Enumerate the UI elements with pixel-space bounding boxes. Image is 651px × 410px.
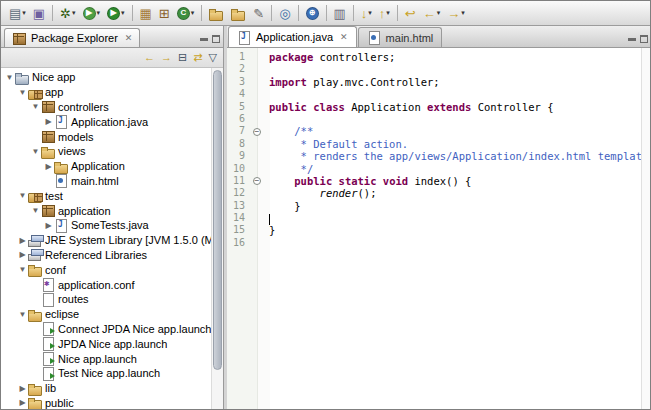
code-line-15[interactable]: 15} [227, 224, 641, 236]
dropdown-arrow-icon[interactable]: ▾ [437, 9, 441, 17]
new-java-project-button[interactable]: ▦ [137, 3, 155, 23]
code-line-13[interactable]: 13 } [227, 200, 641, 212]
minimize-icon[interactable] [200, 38, 208, 41]
forward-button[interactable]: → [161, 52, 172, 63]
expand-arrow-icon[interactable]: ▶ [17, 384, 28, 393]
dropdown-arrow-icon[interactable]: ▾ [461, 9, 465, 17]
tree-item-app[interactable]: ▼app [1, 85, 211, 100]
tree-item-application-java[interactable]: ▶Application.java [1, 114, 211, 129]
scrollbar-thumb[interactable] [213, 70, 222, 370]
fold-marker[interactable]: − [251, 177, 263, 185]
view-menu-button[interactable]: ▽ [209, 52, 217, 63]
tree-item-test-nice-app-launch[interactable]: Test Nice app.launch [1, 366, 211, 381]
tree-item-eclipse[interactable]: ▼eclipse [1, 307, 211, 322]
debug-button[interactable]: ▶▾ [80, 3, 104, 23]
code-line-1[interactable]: 1package controllers; [227, 51, 641, 63]
expand-arrow-icon[interactable]: ▶ [43, 162, 54, 171]
open-resource-button[interactable] [228, 3, 249, 23]
save-button[interactable]: ▣ [30, 3, 48, 23]
next-annotation-button[interactable]: ↓▾ [358, 3, 375, 23]
previous-annotation-button[interactable]: ↑▾ [376, 3, 393, 23]
tree-item-application[interactable]: ▶Application [1, 159, 211, 174]
collapse-arrow-icon[interactable]: ▼ [17, 310, 28, 319]
code-line-11[interactable]: 11− public static void index() { [227, 175, 641, 187]
forward-button[interactable]: →▾ [444, 3, 468, 23]
tree-item-application[interactable]: ▼application [1, 203, 211, 218]
new-class-button[interactable]: C▾ [174, 3, 198, 23]
tree-item-referenced-libraries[interactable]: ▶Referenced Libraries [1, 248, 211, 263]
code-line-4[interactable]: 4 [227, 88, 641, 100]
collapse-all-button[interactable]: ⊟ [178, 52, 187, 63]
expand-arrow-icon[interactable]: ▶ [43, 221, 54, 230]
minimize-icon[interactable] [628, 38, 636, 41]
collapse-arrow-icon[interactable]: ▼ [4, 73, 15, 82]
dropdown-arrow-icon[interactable]: ▾ [191, 9, 195, 17]
tree-item-jpda-nice-app-launch[interactable]: JPDA Nice app.launch [1, 336, 211, 351]
link-with-editor-button[interactable]: ⇄ [193, 52, 202, 63]
maximize-icon[interactable] [212, 35, 220, 43]
code-line-3[interactable]: 3import play.mvc.Controller; [227, 76, 641, 88]
dropdown-arrow-icon[interactable]: ▾ [97, 9, 101, 17]
tree-item-connect-jpda-nice-app-launch[interactable]: Connect JPDA Nice app.launch [1, 322, 211, 337]
collapse-arrow-icon[interactable]: ▼ [17, 88, 28, 97]
code-line-12[interactable]: 12 render(); [227, 187, 641, 199]
collapse-arrow-icon[interactable]: ▼ [30, 102, 41, 111]
code-line-5[interactable]: 5public class Application extends Contro… [227, 101, 641, 113]
collapse-fold-icon[interactable]: − [253, 128, 261, 136]
open-type-button[interactable] [206, 3, 227, 23]
expand-arrow-icon[interactable]: ▶ [17, 398, 28, 407]
fold-marker[interactable]: − [251, 128, 263, 136]
overview-ruler[interactable] [641, 48, 650, 409]
tree-item-jre-system-library-jvm-1-5-0-mac[interactable]: ▶JRE System Library [JVM 1.5.0 (Mac [1, 233, 211, 248]
code-line-16[interactable]: 16 [227, 237, 641, 249]
tree-item-main-html[interactable]: main.html [1, 174, 211, 189]
dropdown-arrow-icon[interactable]: ▾ [22, 9, 26, 17]
back-button[interactable]: ← [144, 52, 155, 63]
code-line-7[interactable]: 7− /** [227, 125, 641, 137]
package-explorer-tab[interactable]: Package Explorer ✕ [4, 28, 140, 47]
code-line-6[interactable]: 6 [227, 113, 641, 125]
tree-item-conf[interactable]: ▼conf [1, 262, 211, 277]
code-line-9[interactable]: 9 * renders the app/views/Application/in… [227, 150, 641, 162]
dropdown-arrow-icon[interactable]: ▾ [121, 9, 125, 17]
close-icon[interactable]: ✕ [125, 33, 133, 43]
tree-scrollbar[interactable] [211, 68, 223, 409]
new-package-button[interactable]: ⊞ [156, 3, 173, 23]
tree-item-routes[interactable]: routes [1, 292, 211, 307]
tree-item-public[interactable]: ▶public [1, 396, 211, 409]
code-line-2[interactable]: 2 [227, 63, 641, 75]
maximize-icon[interactable] [640, 35, 648, 43]
tree-item-application-conf[interactable]: application.conf [1, 277, 211, 292]
code-line-8[interactable]: 8 * Default action. [227, 138, 641, 150]
tree-item-sometests-java[interactable]: ▶SomeTests.java [1, 218, 211, 233]
collapse-arrow-icon[interactable]: ▼ [17, 265, 28, 274]
edit-task-button[interactable]: ✎ [250, 3, 267, 23]
dropdown-arrow-icon[interactable]: ▾ [368, 9, 372, 17]
tree-item-nice-app-launch[interactable]: Nice app.launch [1, 351, 211, 366]
code-lines[interactable]: 1package controllers;23import play.mvc.C… [227, 48, 641, 409]
search-button[interactable]: ◎ [276, 3, 293, 23]
tree-item-controllers[interactable]: ▼controllers [1, 100, 211, 115]
console-button[interactable]: ▥ [331, 3, 349, 23]
dropdown-arrow-icon[interactable]: ▾ [386, 9, 390, 17]
collapse-arrow-icon[interactable]: ▼ [30, 206, 41, 215]
tree-item-nice-app[interactable]: ▼Nice app [1, 70, 211, 85]
back-button[interactable]: ←▾ [420, 3, 444, 23]
web-browser-button[interactable]: ⊕ [303, 3, 322, 23]
expand-arrow-icon[interactable]: ▶ [17, 236, 28, 245]
code-line-10[interactable]: 10 */ [227, 163, 641, 175]
last-edit-location-button[interactable]: ↩ [402, 3, 419, 23]
code-line-14[interactable]: 14 [227, 212, 641, 224]
new-button[interactable]: ▤▾ [6, 3, 29, 23]
collapse-arrow-icon[interactable]: ▼ [30, 147, 41, 156]
close-icon[interactable]: ✕ [340, 32, 348, 42]
collapse-fold-icon[interactable]: − [253, 177, 261, 185]
tree-item-models[interactable]: models [1, 129, 211, 144]
editor-tab-main-html[interactable]: main.html [358, 27, 443, 47]
run-button[interactable]: ▶▾ [104, 3, 128, 23]
external-tools-button[interactable]: ✲▾ [57, 3, 78, 23]
tree-item-views[interactable]: ▼views [1, 144, 211, 159]
tree-item-test[interactable]: ▼test [1, 188, 211, 203]
editor-tab-application-java[interactable]: Application.java✕ [228, 26, 357, 47]
expand-arrow-icon[interactable]: ▶ [17, 250, 28, 259]
